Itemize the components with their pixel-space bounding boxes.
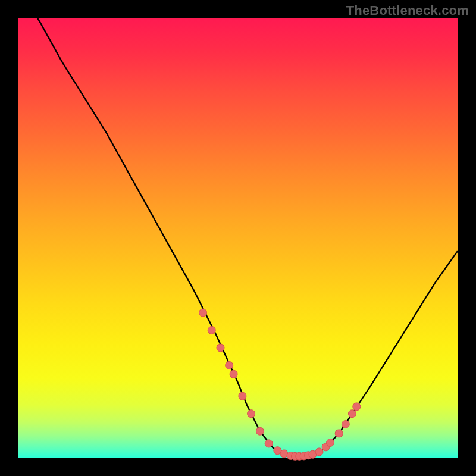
marker-point	[208, 327, 215, 334]
marker-point	[230, 370, 237, 378]
marker-point	[315, 448, 323, 456]
marker-point	[226, 362, 233, 369]
plot-area	[18, 18, 458, 458]
marker-point	[342, 420, 349, 428]
marker-point	[265, 440, 273, 447]
chart-svg	[18, 18, 458, 458]
highlighted-markers	[199, 309, 361, 460]
marker-point	[239, 392, 246, 400]
marker-point	[335, 430, 343, 437]
marker-point	[348, 410, 356, 418]
outer-frame: TheBottleneck.com	[0, 0, 476, 476]
marker-point	[353, 403, 361, 411]
marker-point	[248, 410, 255, 418]
marker-point	[217, 344, 224, 352]
bottleneck-curve	[18, 0, 458, 456]
marker-point	[256, 427, 264, 435]
marker-point	[199, 309, 207, 317]
marker-point	[327, 439, 334, 446]
watermark-text: TheBottleneck.com	[346, 3, 469, 18]
